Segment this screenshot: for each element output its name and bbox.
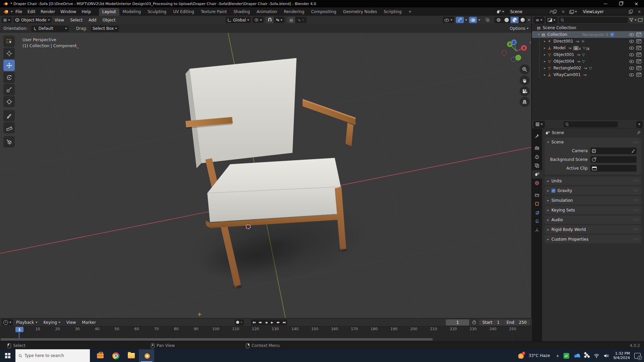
restore-button[interactable]: [613, 0, 629, 7]
disclosure-triangle-icon[interactable]: ▸: [543, 46, 547, 50]
properties-tab-render[interactable]: [532, 144, 542, 153]
orientation-value-dropdown[interactable]: Default: [31, 25, 69, 32]
tray-chevron-up-icon[interactable]: ∧: [556, 354, 559, 358]
auto-key-button[interactable]: [235, 319, 244, 325]
outliner-search-input[interactable]: [559, 17, 628, 23]
hide-viewport-eye-icon[interactable]: [629, 53, 634, 57]
disclosure-triangle-icon[interactable]: ▸: [543, 60, 547, 63]
workspace-tab[interactable]: Compositing: [308, 8, 339, 16]
properties-tab-world[interactable]: [532, 179, 542, 187]
new-collection-button[interactable]: +: [638, 18, 642, 22]
navigation-gizmo[interactable]: Y Z X: [499, 37, 530, 64]
properties-panel-header[interactable]: ▸ Rigid Body World ∷∷: [545, 225, 641, 234]
overlays-toggle[interactable]: [469, 17, 477, 23]
gizmo-z-axis[interactable]: Z: [511, 40, 517, 45]
gizmos-toggle[interactable]: [456, 17, 464, 23]
blender-menu-icon[interactable]: [3, 9, 9, 14]
disable-render-camera-icon[interactable]: [636, 33, 641, 37]
pivot-point-dropdown[interactable]: [253, 17, 264, 23]
scene-name-field[interactable]: Scene: [508, 8, 559, 15]
unlink-scene-icon[interactable]: ×: [560, 10, 566, 14]
menu-item[interactable]: Window: [58, 8, 79, 15]
dropbox-icon[interactable]: [585, 354, 588, 356]
viewport-menu-item[interactable]: Object: [99, 18, 118, 22]
hide-viewport-eye-icon[interactable]: [629, 33, 634, 37]
view-layer-button[interactable]: [568, 8, 579, 15]
panel-drag-handle[interactable]: ∷∷: [633, 208, 639, 212]
workspace-tab[interactable]: Animation: [253, 8, 280, 16]
end-frame-field[interactable]: End250: [503, 320, 530, 325]
disable-render-camera-icon[interactable]: [636, 39, 641, 43]
proportional-editing-toggle[interactable]: ◎: [287, 17, 295, 23]
snap-target-dropdown[interactable]: ↹: [274, 17, 284, 23]
gizmo-x-axis[interactable]: X: [521, 45, 527, 51]
scene-datablock-button[interactable]: [495, 8, 506, 15]
properties-tab-constraints[interactable]: [532, 217, 542, 226]
workspace-tab[interactable]: Sculpting: [144, 8, 170, 16]
tool-scale[interactable]: [3, 84, 15, 95]
gizmo-neg-z[interactable]: [511, 57, 516, 62]
tool-select-box[interactable]: [3, 36, 15, 47]
panel-drag-handle[interactable]: ∷∷: [633, 218, 639, 222]
transform-orientation-dropdown[interactable]: Global: [226, 17, 251, 23]
transport-button[interactable]: [263, 319, 269, 325]
shading-solid-button[interactable]: [502, 17, 511, 23]
properties-panel-header[interactable]: ▸ ✓ Gravity ∷∷: [545, 186, 641, 195]
minimize-button[interactable]: [598, 0, 613, 7]
eyedropper-icon[interactable]: [631, 149, 635, 153]
properties-tab-output[interactable]: [532, 153, 542, 161]
disclosure-triangle-icon[interactable]: ▸: [543, 66, 547, 70]
properties-tab-view-layer[interactable]: [532, 161, 542, 170]
disclosure-triangle-icon[interactable]: ▸: [543, 73, 547, 76]
disable-render-camera-icon[interactable]: [636, 66, 641, 70]
xray-toggle[interactable]: [483, 17, 491, 23]
properties-tab-object[interactable]: [532, 199, 542, 208]
notification-center-icon[interactable]: 2: [634, 353, 641, 359]
disclosure-triangle-icon[interactable]: ▸: [543, 53, 547, 56]
pin-icon[interactable]: [637, 131, 641, 135]
shading-rendered-button[interactable]: [519, 17, 527, 23]
tool-cursor[interactable]: [3, 48, 15, 59]
ortho-grid-button[interactable]: [520, 97, 530, 107]
outliner-filter-dropdown[interactable]: [629, 18, 637, 22]
timeline-scrollbar[interactable]: [1, 338, 433, 341]
frame-ruler[interactable]: 1020304050607080901001101201301401501601…: [28, 326, 523, 333]
outliner-row[interactable]: ▸ Direct001 ↝: [532, 38, 644, 45]
taskbar-clock[interactable]: 1:32 PM 9/4/2024: [613, 351, 630, 360]
camera-view-button[interactable]: [520, 86, 530, 96]
weather-text[interactable]: 33°C Haze: [529, 353, 550, 358]
timeline-menu-item[interactable]: Keying: [41, 320, 63, 325]
tool-move[interactable]: [3, 60, 15, 71]
timeline-menu-item[interactable]: Marker: [79, 320, 99, 325]
workspace-tab[interactable]: Texture Paint: [198, 8, 230, 16]
workspace-tab[interactable]: Shading: [230, 8, 253, 16]
gizmo-neg-x[interactable]: [502, 51, 507, 56]
panel-drag-handle[interactable]: ∷∷: [633, 198, 639, 202]
stopwatch-icon[interactable]: [472, 320, 476, 324]
workspace-tab[interactable]: Rendering: [280, 8, 308, 16]
menu-item[interactable]: Render: [38, 8, 58, 15]
taskbar-app-chrome[interactable]: [108, 349, 123, 362]
disable-render-camera-icon[interactable]: [636, 73, 641, 77]
pin-icon[interactable]: [549, 10, 553, 13]
outliner-filter-display[interactable]: [546, 17, 557, 23]
timeline-menu-item[interactable]: Playback: [13, 320, 41, 325]
zoom-button[interactable]: [520, 64, 530, 74]
properties-panel-header[interactable]: ▸ Units ∷∷: [545, 177, 641, 185]
property-field[interactable]: [590, 147, 637, 154]
outliner-row[interactable]: ▸ Model ↝ 4 18: [532, 45, 644, 51]
shading-material-button[interactable]: [511, 17, 519, 23]
transport-button[interactable]: [269, 319, 275, 325]
current-frame-field[interactable]: 1: [446, 319, 469, 325]
outliner-row[interactable]: ▾ Collection Rectangular S ✓: [532, 31, 644, 38]
menu-item[interactable]: Edit: [25, 8, 38, 15]
weather-icon[interactable]: 1: [518, 353, 524, 359]
falloff-dropdown[interactable]: ∿: [295, 17, 307, 23]
view-layer-field[interactable]: ViewLayer: [581, 8, 635, 15]
transport-button[interactable]: [257, 319, 263, 325]
show-gizmo-dropdown[interactable]: [443, 17, 454, 23]
snap-toggle[interactable]: [266, 17, 274, 23]
properties-tab-object-data[interactable]: [532, 226, 542, 234]
properties-tab-collection[interactable]: [532, 191, 542, 199]
properties-panel-header[interactable]: ▸ Custom Properties ∷∷: [545, 235, 641, 243]
